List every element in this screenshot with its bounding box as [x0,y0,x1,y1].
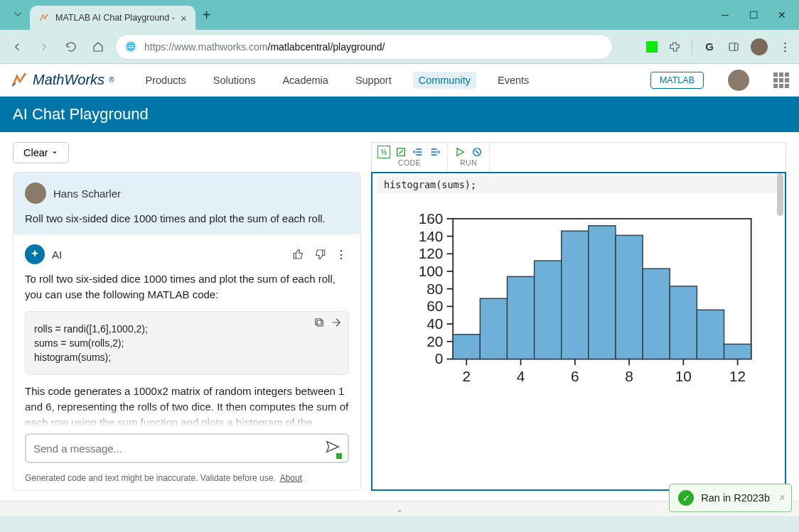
svg-rect-28 [535,261,562,359]
user-message-text: Roll two six-sided dice 1000 times and p… [25,212,349,224]
svg-rect-35 [724,344,751,359]
svg-text:6: 6 [571,368,579,384]
svg-text:60: 60 [427,298,443,314]
svg-rect-26 [480,298,507,359]
about-link[interactable]: About [280,473,302,483]
run-group-label: RUN [448,158,489,168]
nav-forward-icon [34,37,54,57]
code-content: rolls = randi([1,6],1000,2); sums = sum(… [26,312,348,375]
svg-text:140: 140 [419,228,444,244]
nav-products[interactable]: Products [140,72,192,89]
svg-text:2: 2 [462,368,471,384]
insert-code-icon[interactable] [330,316,343,329]
matlab-button[interactable]: MATLAB [650,72,704,89]
editor-line: histogram(sums); [377,176,781,193]
uncomment-icon[interactable] [395,146,407,158]
code-editor[interactable]: histogram(sums); 02040608010012014016024… [371,172,786,491]
window-maximize-icon[interactable]: ☐ [741,4,766,26]
profile-avatar[interactable] [751,38,768,55]
svg-text:12: 12 [729,368,746,384]
new-tab-button[interactable]: + [195,4,218,26]
disclaimer: Generated code and text might be inaccur… [14,469,360,490]
svg-text:0: 0 [435,350,444,367]
browser-tab[interactable]: MATLAB AI Chat Playground - × [30,6,195,30]
user-message-avatar [25,183,46,204]
nav-events[interactable]: Events [492,72,535,89]
extension-square-icon[interactable] [646,41,658,53]
url-bar[interactable]: 🌐 https://www.mathworks.com/matlabcentra… [115,34,613,60]
svg-text:20: 20 [427,333,443,349]
histogram-chart: 02040608010012014016024681012 [394,209,763,393]
nav-home-icon[interactable] [88,37,108,57]
tab-close-icon[interactable]: × [181,12,187,24]
svg-text:8: 8 [625,368,633,384]
extensions-icon[interactable] [667,40,682,54]
sidepanel-icon[interactable] [726,40,741,54]
comment-icon[interactable]: % [377,146,390,158]
thumbs-up-icon[interactable] [291,246,306,262]
ai-intro: To roll two six-sided dice 1000 times an… [25,271,349,303]
user-message: Hans Scharler Roll two six-sided dice 10… [14,173,360,234]
window-minimize-icon[interactable]: ─ [712,4,738,26]
toolbar-divider [692,39,692,55]
code-block: rolls = randi([1,6],1000,2); sums = sum(… [25,311,349,376]
window-close-icon[interactable]: ✕ [769,4,795,26]
svg-rect-31 [616,235,643,359]
svg-text:160: 160 [419,210,444,227]
svg-text:40: 40 [427,315,443,332]
tab-title: MATLAB AI Chat Playground - [55,13,175,23]
url-text: https://www.mathworks.com/matlabcentral/… [144,41,385,53]
svg-rect-34 [697,310,724,359]
svg-text:80: 80 [427,281,443,297]
nav-academia[interactable]: Academia [277,72,333,89]
svg-rect-3 [316,318,321,324]
check-icon: ✓ [678,490,694,506]
svg-rect-29 [562,231,589,359]
ai-message: AI ⋮ To roll two six-sided dice [14,234,360,428]
thumbs-down-icon[interactable] [312,246,328,262]
browser-menu-icon[interactable]: ⋮ [778,40,792,54]
clear-button[interactable]: Clear [13,142,69,163]
nav-support[interactable]: Support [350,72,397,89]
code-group-label: CODE [372,158,447,168]
nav-community[interactable]: Community [413,72,476,89]
send-icon[interactable] [325,439,340,457]
ai-more-icon[interactable]: ⋮ [333,246,349,262]
globe-icon: 🌐 [124,40,137,53]
ai-label: AI [52,249,284,261]
google-icon[interactable]: G [702,40,717,54]
editor-toolbar: % CODE [371,142,786,172]
svg-rect-27 [507,276,534,359]
copy-code-icon[interactable] [313,316,326,329]
svg-rect-32 [643,268,670,359]
main-nav: Products Solutions Academia Support Comm… [140,72,535,89]
svg-rect-33 [670,286,697,359]
logo-text: MathWorks [33,72,104,88]
indent-right-icon[interactable] [429,146,441,158]
nav-solutions[interactable]: Solutions [208,72,262,89]
toast-close-icon[interactable]: × [779,492,785,504]
user-avatar[interactable] [728,70,749,91]
svg-text:10: 10 [675,368,692,384]
ai-badge-icon [25,244,45,264]
stop-icon[interactable] [471,146,483,158]
svg-rect-0 [729,43,738,50]
svg-text:100: 100 [419,263,444,279]
svg-rect-2 [317,320,323,326]
indent-left-icon[interactable] [412,146,424,158]
apps-grid-icon[interactable] [773,72,789,88]
matlab-favicon [38,12,50,23]
user-message-name: Hans Scharler [53,188,121,200]
nav-reload-icon[interactable] [61,37,81,57]
svg-text:120: 120 [419,245,444,261]
chat-input[interactable] [33,443,325,455]
mathworks-logo[interactable]: MathWorks® [10,72,114,89]
svg-rect-25 [453,335,480,359]
page-title: AI Chat Playground [0,97,799,132]
svg-rect-30 [589,226,616,359]
nav-back-icon[interactable] [7,37,27,57]
toast-text: Ran in R2023b [701,492,770,504]
editor-scrollbar[interactable] [777,173,783,216]
tab-dropdown[interactable] [6,4,30,27]
run-icon[interactable] [454,146,466,158]
